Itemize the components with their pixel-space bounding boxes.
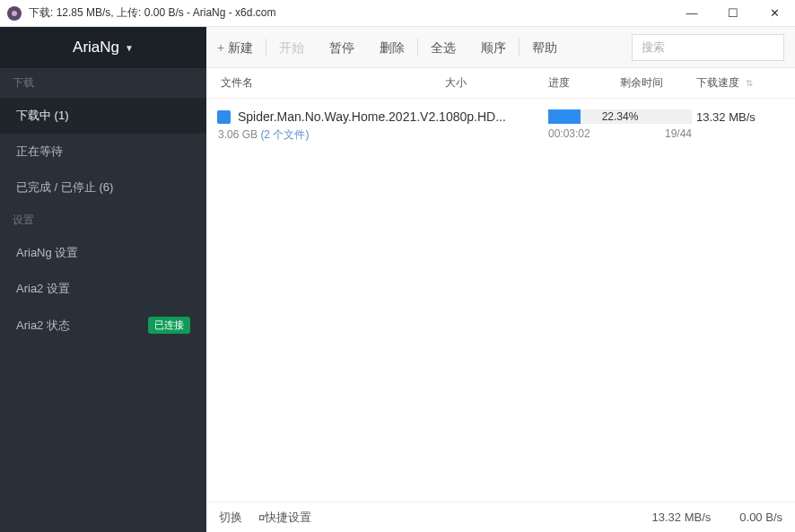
delete-button[interactable]: 删除 <box>367 27 417 68</box>
sidebar-item-label: Aria2 设置 <box>16 281 70 297</box>
help-button[interactable]: 帮助 <box>520 27 570 68</box>
status-upload-speed: 0.00 B/s <box>739 510 782 524</box>
main-panel: + 新建 开始 暂停 删除 全选 顺序 帮助 文件名 大小 进度 剩余时间 下载… <box>206 27 795 532</box>
minimize-button[interactable]: — <box>671 0 712 27</box>
task-eta: 00:03:02 <box>548 127 590 140</box>
sidebar-section-settings: 设置 <box>0 205 206 235</box>
sidebar-section-downloads: 下载 <box>0 68 206 98</box>
task-row[interactable]: Spider.Man.No.Way.Home.2021.V2.1080p.HD.… <box>206 99 795 152</box>
sidebar-item-aria2-status[interactable]: Aria2 状态 已连接 <box>0 307 206 344</box>
col-speed-label: 下载速度 <box>696 76 739 89</box>
col-filename[interactable]: 文件名 <box>217 75 445 91</box>
col-progress[interactable]: 进度 <box>548 75 620 91</box>
sidebar-item-label: 正在等待 <box>16 144 63 160</box>
brand-label: AriaNg <box>73 39 119 57</box>
pause-button[interactable]: 暂停 <box>317 27 367 68</box>
task-list: Spider.Man.No.Way.Home.2021.V2.1080p.HD.… <box>206 99 795 501</box>
close-button[interactable]: ✕ <box>754 0 795 27</box>
sidebar-item-stopped[interactable]: 已完成 / 已停止 (6) <box>0 170 206 205</box>
task-peers: 19/44 <box>665 127 692 140</box>
sidebar-item-label: 下载中 (1) <box>16 108 69 124</box>
sidebar: AriaNg ▼ 下载 下载中 (1) 正在等待 已完成 / 已停止 (6) 设… <box>0 27 206 532</box>
task-speed: 13.32 MB/s <box>696 109 784 124</box>
status-badge: 已连接 <box>148 317 190 334</box>
progress-percent: 22.34% <box>602 109 639 124</box>
window-title: 下载: 12.85 MB/s, 上传: 0.00 B/s - AriaNg - … <box>29 5 671 21</box>
maximize-button[interactable]: ☐ <box>712 0 754 27</box>
sidebar-item-aria2-settings[interactable]: Aria2 设置 <box>0 271 206 307</box>
window-titlebar: 下载: 12.85 MB/s, 上传: 0.00 B/s - AriaNg - … <box>0 0 795 27</box>
toolbar: + 新建 开始 暂停 删除 全选 顺序 帮助 <box>206 27 795 68</box>
sidebar-item-label: AriaNg 设置 <box>16 245 78 261</box>
order-button[interactable]: 顺序 <box>468 27 519 68</box>
chevron-down-icon: ▼ <box>125 43 134 53</box>
col-speed[interactable]: 下载速度 ⇅ <box>696 75 784 91</box>
search-input[interactable] <box>632 34 784 61</box>
task-files-link[interactable]: (2 个文件) <box>260 128 309 141</box>
brand[interactable]: AriaNg ▼ <box>0 27 206 68</box>
file-icon <box>217 110 231 124</box>
sort-icon: ⇅ <box>746 78 753 88</box>
col-remain[interactable]: 剩余时间 <box>620 75 696 91</box>
statusbar: 切换 ¤快捷设置 13.32 MB/s 0.00 B/s <box>206 501 795 532</box>
progress-fill <box>548 109 581 124</box>
status-download-speed: 13.32 MB/s <box>652 510 712 524</box>
sidebar-item-ariang-settings[interactable]: AriaNg 设置 <box>0 235 206 271</box>
new-button[interactable]: 新建 <box>224 27 266 68</box>
col-size[interactable]: 大小 <box>445 75 548 91</box>
start-button[interactable]: 开始 <box>266 27 317 68</box>
quick-settings-button[interactable]: ¤快捷设置 <box>258 510 311 526</box>
task-size: 3.06 GB <box>218 128 258 141</box>
sidebar-item-waiting[interactable]: 正在等待 <box>0 134 206 170</box>
progress-bar: 22.34% <box>548 109 692 124</box>
sidebar-item-label: Aria2 状态 <box>16 318 70 334</box>
task-meta: 3.06 GB (2 个文件) <box>217 127 548 143</box>
selectall-button[interactable]: 全选 <box>418 27 468 68</box>
plus-icon: + <box>217 40 224 55</box>
sidebar-item-downloading[interactable]: 下载中 (1) <box>0 98 206 134</box>
switch-button[interactable]: 切换 <box>219 510 242 526</box>
sidebar-item-label: 已完成 / 已停止 (6) <box>16 179 113 196</box>
app-icon <box>7 6 22 21</box>
task-filename: Spider.Man.No.Way.Home.2021.V2.1080p.HD.… <box>238 109 506 124</box>
table-header: 文件名 大小 进度 剩余时间 下载速度 ⇅ <box>206 68 795 99</box>
